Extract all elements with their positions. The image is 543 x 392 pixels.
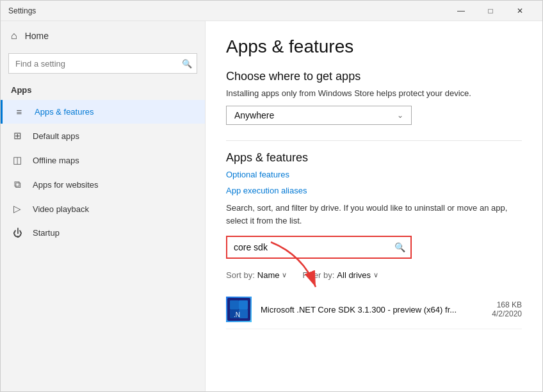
apps-source-dropdown[interactable]: Anywhere ⌄ [226, 106, 412, 125]
content-area: ⌂ Home 🔍 Apps ≡ Apps & features ⊞ Defaul… [1, 21, 542, 391]
apps-features-icon: ≡ [13, 106, 26, 117]
home-icon: ⌂ [11, 30, 17, 42]
sidebar-item-label-video-playback: Video playback [33, 204, 89, 214]
window-title: Settings [8, 6, 36, 15]
sort-value: Name [257, 270, 280, 280]
sidebar-search-container: 🔍 [8, 53, 197, 74]
svg-text:.N: .N [234, 311, 240, 318]
filter-arrow-icon: ∨ [373, 271, 378, 279]
app-icon: .N [226, 297, 252, 322]
filter-value: All drives [337, 270, 371, 280]
sidebar-item-apps-websites[interactable]: ⧉ Apps for websites [1, 172, 205, 197]
settings-window: Settings — □ ✕ ⌂ Home 🔍 Apps ≡ Apps & fe… [0, 0, 543, 392]
sidebar-item-offline-maps[interactable]: ◫ Offline maps [1, 148, 205, 172]
maximize-button[interactable]: □ [476, 1, 505, 21]
filter-by-control[interactable]: Filter by: All drives ∨ [302, 270, 378, 280]
sidebar-item-video-playback[interactable]: ▷ Video playback [1, 197, 205, 221]
video-playback-icon: ▷ [11, 203, 24, 215]
offline-maps-icon: ◫ [11, 154, 24, 166]
app-meta: 168 KB 4/2/2020 [471, 300, 522, 318]
sidebar-home-label: Home [25, 31, 49, 41]
sort-arrow-icon: ∨ [282, 271, 287, 279]
search-annotation-area: 🔍 [226, 236, 522, 259]
sidebar-item-label-default-apps: Default apps [33, 131, 79, 141]
sidebar: ⌂ Home 🔍 Apps ≡ Apps & features ⊞ Defaul… [1, 21, 206, 391]
sidebar-item-label-apps-features: Apps & features [35, 107, 94, 117]
sidebar-item-apps-features[interactable]: ≡ Apps & features [1, 100, 205, 124]
search-description: Search, sort, and filter by drive. If yo… [226, 202, 522, 227]
titlebar-controls: — □ ✕ [446, 1, 535, 21]
choose-section-heading: Choose where to get apps [226, 70, 522, 83]
main-content: Apps & features Choose where to get apps… [206, 21, 542, 391]
sidebar-section-label: Apps [1, 81, 205, 100]
page-title: Apps & features [226, 37, 522, 57]
dotnet-icon-svg: .N [227, 298, 250, 321]
choose-section-desc: Installing apps only from Windows Store … [226, 88, 522, 98]
apps-features-heading: Apps & features [226, 151, 522, 165]
sidebar-item-startup[interactable]: ⏻ Startup [1, 221, 205, 245]
search-box-wrapper: 🔍 [226, 236, 412, 259]
svg-rect-2 [230, 300, 239, 309]
sidebar-item-label-offline-maps: Offline maps [33, 156, 79, 165]
dropdown-value: Anywhere [234, 110, 274, 120]
default-apps-icon: ⊞ [11, 130, 24, 142]
app-name: Microsoft .NET Core SDK 3.1.300 - previe… [261, 305, 457, 314]
dropdown-arrow-icon: ⌄ [397, 111, 403, 120]
app-date: 4/2/2020 [492, 309, 522, 318]
sidebar-item-default-apps[interactable]: ⊞ Default apps [1, 124, 205, 148]
sort-filter-row: Sort by: Name ∨ Filter by: All drives ∨ [226, 270, 522, 280]
svg-rect-3 [239, 300, 248, 309]
search-icon: 🔍 [182, 59, 192, 69]
app-list-item[interactable]: .N Microsoft .NET Core SDK 3.1.300 - pre… [226, 290, 522, 329]
app-execution-aliases-link[interactable]: App execution aliases [226, 186, 522, 195]
sidebar-item-label-apps-websites: Apps for websites [33, 180, 99, 190]
sidebar-item-label-startup: Startup [33, 228, 60, 238]
apps-websites-icon: ⧉ [11, 179, 24, 190]
search-box-icon: 🔍 [394, 242, 405, 252]
app-info: Microsoft .NET Core SDK 3.1.300 - previe… [261, 304, 462, 314]
svg-rect-5 [239, 309, 248, 318]
minimize-button[interactable]: — [446, 1, 476, 21]
optional-features-link[interactable]: Optional features [226, 170, 522, 179]
search-input[interactable] [8, 53, 197, 74]
titlebar: Settings — □ ✕ [1, 1, 542, 21]
filter-label: Filter by: [302, 270, 334, 280]
close-button[interactable]: ✕ [505, 1, 535, 21]
sidebar-home[interactable]: ⌂ Home [1, 21, 205, 51]
startup-icon: ⏻ [11, 227, 24, 238]
section-divider [226, 140, 522, 141]
app-search-input[interactable] [226, 236, 412, 259]
sort-label: Sort by: [226, 270, 255, 280]
sort-by-control[interactable]: Sort by: Name ∨ [226, 270, 287, 280]
app-size: 168 KB [497, 300, 522, 309]
